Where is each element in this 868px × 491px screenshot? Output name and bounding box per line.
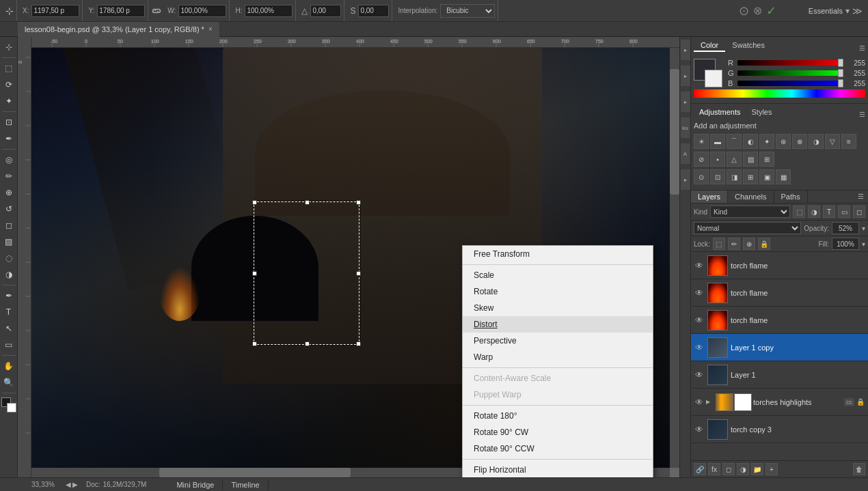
essentials-label[interactable]: Essentials: [809, 7, 843, 15]
tab-mini-bridge[interactable]: Mini Bridge: [168, 479, 223, 490]
essentials-dropdown-icon[interactable]: ▾: [845, 6, 850, 16]
tool-path-select[interactable]: ↖: [1, 321, 16, 336]
layer-vis-1[interactable]: 👁: [694, 261, 705, 270]
adj-btn-3[interactable]: ◨: [727, 169, 742, 184]
adj-gradient-map[interactable]: ▨: [743, 152, 758, 167]
tool-type[interactable]: T: [1, 305, 16, 320]
color-panel-menu[interactable]: ☰: [859, 44, 865, 52]
adj-threshold[interactable]: △: [727, 152, 742, 167]
layer-adj-btn[interactable]: ◑: [737, 463, 749, 475]
adj-panel-menu[interactable]: ☰: [859, 111, 865, 118]
bg-swatch-main[interactable]: [705, 70, 722, 87]
filter-type-btn[interactable]: T: [823, 206, 835, 218]
cancel-transform-btn[interactable]: ⊗: [753, 4, 762, 17]
adj-bw[interactable]: ◑: [809, 134, 824, 149]
filter-smart-btn[interactable]: ◻: [853, 206, 865, 218]
handle-mid-left[interactable]: [252, 271, 257, 276]
blend-mode-select[interactable]: Normal Multiply Screen Overlay: [694, 222, 801, 234]
fill-dropdown[interactable]: ▾: [862, 240, 865, 248]
y-input[interactable]: [97, 5, 145, 17]
panel-expand-btn-4[interactable]: ku: [681, 117, 690, 138]
handle-bottom-right[interactable]: [356, 341, 361, 346]
adj-btn-2[interactable]: ⊡: [710, 169, 725, 184]
filter-adjust-btn[interactable]: ◑: [808, 206, 820, 218]
spectrum-bar[interactable]: [694, 89, 865, 98]
info-icon[interactable]: ⊙: [739, 3, 749, 18]
layer-item-torch-copy3[interactable]: 👁 torch copy 3: [691, 416, 868, 443]
layer-vis-7[interactable]: 👁: [694, 425, 705, 434]
panel-expand-btn-2[interactable]: ▸: [681, 66, 690, 86]
adj-posterize[interactable]: ▪: [710, 152, 725, 167]
tool-eraser[interactable]: ◻: [1, 218, 16, 233]
adj-vibrance[interactable]: ✦: [759, 134, 774, 149]
tool-quickselect[interactable]: ✦: [1, 94, 16, 109]
interpolation-select[interactable]: Bicubic Bilinear Nearest Neighbor: [440, 4, 495, 18]
ctx-perspective[interactable]: Perspective: [463, 333, 653, 349]
handle-bottom-left[interactable]: [252, 341, 257, 346]
tool-history[interactable]: ↺: [1, 201, 16, 216]
layers-panel-menu[interactable]: ☰: [854, 191, 868, 203]
tool-move[interactable]: ⊹: [1, 40, 16, 55]
adj-btn-4[interactable]: ⊞: [743, 169, 758, 184]
handle-bottom-center[interactable]: [305, 341, 310, 346]
tool-crop[interactable]: ⊡: [1, 115, 16, 130]
h-input[interactable]: [245, 5, 293, 17]
ctx-flip-h[interactable]: Flip Horizontal: [463, 462, 653, 477]
layer-item-torches[interactable]: 👁 ▶ torches highlights cc 🔒: [691, 389, 868, 416]
status-left-arrow[interactable]: ◀: [66, 481, 71, 488]
ctx-rotate-90ccw[interactable]: Rotate 90° CCW: [463, 440, 653, 457]
handle-mid-right[interactable]: [356, 271, 361, 276]
hscroll-thumb[interactable]: [159, 468, 351, 477]
filter-shape-btn[interactable]: ▭: [838, 206, 850, 218]
layer-item-torch-flame-2[interactable]: 👁 torch flame: [691, 279, 868, 307]
adj-mixer[interactable]: ≡: [841, 134, 856, 149]
tool-brush[interactable]: ✏: [1, 169, 16, 184]
tab-swatches[interactable]: Swatches: [725, 40, 772, 52]
panel-expand-btn-6[interactable]: ▸: [681, 169, 690, 190]
x-input[interactable]: [31, 5, 79, 17]
tool-shape[interactable]: ▭: [1, 337, 16, 352]
layer-group-btn[interactable]: 📁: [751, 463, 763, 475]
document-tab[interactable]: lesson08-begin.psd @ 33,3% (Layer 1 copy…: [18, 22, 220, 37]
g-slider-thumb[interactable]: [838, 69, 843, 77]
layer-vis-3[interactable]: 👁: [694, 315, 705, 325]
ctx-scale[interactable]: Scale: [463, 267, 653, 283]
tool-eyedropper[interactable]: ✒: [1, 131, 16, 146]
v-input[interactable]: [358, 5, 389, 17]
handle-top-right[interactable]: [356, 200, 361, 205]
color-swatches[interactable]: [1, 397, 16, 412]
b-slider-thumb[interactable]: [838, 79, 843, 87]
tab-channels[interactable]: Channels: [728, 191, 774, 203]
ctx-skew[interactable]: Skew: [463, 300, 653, 316]
layer-item-layer1[interactable]: 👁 Layer 1: [691, 361, 868, 389]
lock-pixels-btn[interactable]: ✏: [728, 238, 740, 250]
layer-delete-btn[interactable]: 🗑: [853, 463, 865, 475]
angle-input[interactable]: [310, 5, 341, 17]
panel-expand-btn-5[interactable]: A: [681, 143, 690, 164]
ctx-distort[interactable]: Distort: [463, 316, 653, 333]
lock-transparent-btn[interactable]: ⬚: [713, 238, 725, 250]
adj-brightness[interactable]: ☀: [694, 134, 709, 149]
status-right-arrow[interactable]: ▶: [72, 481, 78, 488]
tab-timeline[interactable]: Timeline: [223, 479, 268, 490]
layer-mask-btn[interactable]: ◻: [722, 463, 735, 475]
bg-color-swatch[interactable]: [7, 403, 16, 412]
ctx-rotate-180[interactable]: Rotate 180°: [463, 408, 653, 424]
lock-all-btn[interactable]: 🔒: [758, 238, 770, 250]
tool-pen[interactable]: ✒: [1, 288, 16, 303]
layer-fx-btn[interactable]: fx: [708, 463, 720, 475]
handle-top-left[interactable]: [252, 200, 257, 205]
layer-item-torch-flame-1[interactable]: 👁 torch flame: [691, 252, 868, 279]
tool-lasso[interactable]: ⟳: [1, 77, 16, 92]
tool-blur[interactable]: ◌: [1, 251, 16, 266]
tool-dodge[interactable]: ◑: [1, 267, 16, 282]
layer-new-btn[interactable]: +: [765, 463, 778, 475]
lock-position-btn[interactable]: ⊕: [743, 238, 755, 250]
tool-spot-heal[interactable]: ◎: [1, 152, 16, 167]
panel-expand-btn-1[interactable]: ▸: [681, 40, 690, 60]
filter-pixel-btn[interactable]: ⬚: [793, 206, 805, 218]
adj-colorbalance[interactable]: ⊕: [792, 134, 807, 149]
g-slider[interactable]: [737, 70, 843, 76]
adj-invert[interactable]: ⊘: [694, 152, 709, 167]
opacity-dropdown[interactable]: ▾: [862, 225, 865, 232]
